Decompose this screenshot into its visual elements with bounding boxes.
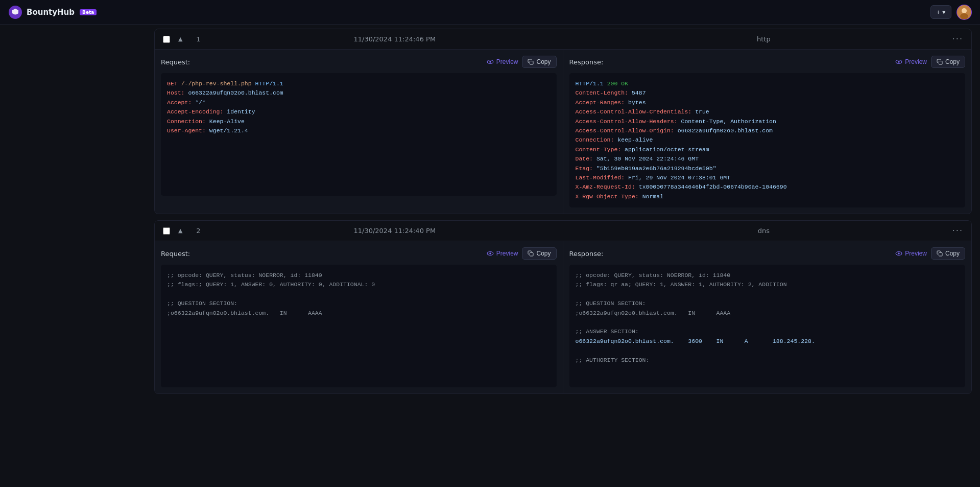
traffic-toggle-1[interactable]: ▲ xyxy=(178,36,182,42)
response-copy-btn-2[interactable]: Copy xyxy=(931,247,965,260)
response-label-1: Response: xyxy=(569,58,604,66)
response-label-2: Response: xyxy=(569,250,604,258)
traffic-entry-1: ▲ 1 11/30/2024 11:24:46 PM http ··· Requ… xyxy=(154,29,972,214)
response-panel-2: Response: Preview Copy ;; opcode: QUERY,… xyxy=(563,241,972,393)
traffic-num-1: 1 xyxy=(190,35,206,43)
response-preview-btn-2[interactable]: Preview xyxy=(895,250,927,257)
svg-rect-15 xyxy=(939,253,942,257)
logo-icon xyxy=(8,5,22,19)
traffic-header-2: ▲ 2 11/30/2024 11:24:40 PM dns ··· xyxy=(155,221,971,241)
traffic-entry-2: ▲ 2 11/30/2024 11:24:40 PM dns ··· Reque… xyxy=(154,220,972,394)
response-code-2: ;; opcode: QUERY, status: NOERROR, id: 1… xyxy=(569,265,966,387)
response-panel-header-2: Response: Preview Copy xyxy=(569,247,966,260)
request-panel-2: Request: Preview Copy ;; opcode: QUERY, … xyxy=(155,241,563,393)
request-actions-2: Preview Copy xyxy=(487,247,557,260)
request-label-2: Request: xyxy=(161,250,190,258)
response-panel-header-1: Response: Preview Copy xyxy=(569,56,966,68)
response-actions-2: Preview Copy xyxy=(895,247,965,260)
traffic-num-2: 2 xyxy=(190,227,206,235)
traffic-protocol-2: dns xyxy=(583,227,944,235)
brand-name: BountyHub xyxy=(27,8,75,17)
traffic-header-1: ▲ 1 11/30/2024 11:24:46 PM http ··· xyxy=(155,29,971,50)
traffic-protocol-1: http xyxy=(583,35,944,43)
req-res-grid-2: Request: Preview Copy ;; opcode: QUERY, … xyxy=(155,241,971,393)
response-actions-1: Preview Copy xyxy=(895,56,965,68)
traffic-more-2[interactable]: ··· xyxy=(952,226,963,236)
svg-point-8 xyxy=(898,61,900,63)
svg-rect-9 xyxy=(939,61,942,65)
request-copy-btn-2[interactable]: Copy xyxy=(522,247,556,260)
svg-rect-12 xyxy=(530,253,534,257)
req-res-grid-1: Request: Preview Copy GET /-/php-rev-she… xyxy=(155,50,971,214)
request-panel-1: Request: Preview Copy GET /-/php-rev-she… xyxy=(155,50,563,214)
content-area: ▲ 1 11/30/2024 11:24:46 PM http ··· Requ… xyxy=(146,25,980,404)
svg-point-11 xyxy=(489,252,491,254)
request-label-1: Request: xyxy=(161,58,190,66)
traffic-time-1: 11/30/2024 11:24:46 PM xyxy=(214,35,575,43)
topnav: BountyHub Beta + ▾ xyxy=(0,0,980,25)
svg-rect-6 xyxy=(530,61,534,65)
avatar-image xyxy=(957,5,971,19)
request-panel-header-2: Request: Preview Copy xyxy=(161,247,557,260)
request-actions-1: Preview Copy xyxy=(487,56,557,68)
svg-point-5 xyxy=(489,61,491,63)
request-preview-btn-2[interactable]: Preview xyxy=(487,250,518,257)
response-panel-1: Response: Preview Copy HTTP/1.1 200 OK C… xyxy=(563,50,972,214)
response-code-1: HTTP/1.1 200 OK Content-Length: 5487 Acc… xyxy=(569,73,966,207)
svg-point-2 xyxy=(962,8,967,13)
main-content: ▲ 1 11/30/2024 11:24:46 PM http ··· Requ… xyxy=(0,25,980,425)
new-button[interactable]: + ▾ xyxy=(930,5,951,19)
topnav-left: BountyHub Beta xyxy=(8,5,97,19)
svg-point-14 xyxy=(898,252,900,254)
traffic-toggle-2[interactable]: ▲ xyxy=(178,227,182,234)
request-code-1: GET /-/php-rev-shell.php HTTP/1.1 Host: … xyxy=(161,73,557,196)
response-copy-btn-1[interactable]: Copy xyxy=(931,56,965,68)
traffic-time-2: 11/30/2024 11:24:40 PM xyxy=(214,227,575,235)
svg-point-3 xyxy=(960,13,968,19)
traffic-checkbox-1[interactable] xyxy=(163,36,170,43)
request-preview-btn-1[interactable]: Preview xyxy=(487,58,518,65)
response-preview-btn-1[interactable]: Preview xyxy=(895,58,927,65)
request-panel-header-1: Request: Preview Copy xyxy=(161,56,557,68)
avatar[interactable] xyxy=(957,5,972,20)
request-copy-btn-1[interactable]: Copy xyxy=(522,56,556,68)
traffic-more-1[interactable]: ··· xyxy=(952,34,963,44)
traffic-checkbox-2[interactable] xyxy=(163,227,170,235)
beta-badge: Beta xyxy=(80,9,97,15)
request-code-2: ;; opcode: QUERY, status: NOERROR, id: 1… xyxy=(161,265,557,387)
topnav-right: + ▾ xyxy=(930,5,972,20)
